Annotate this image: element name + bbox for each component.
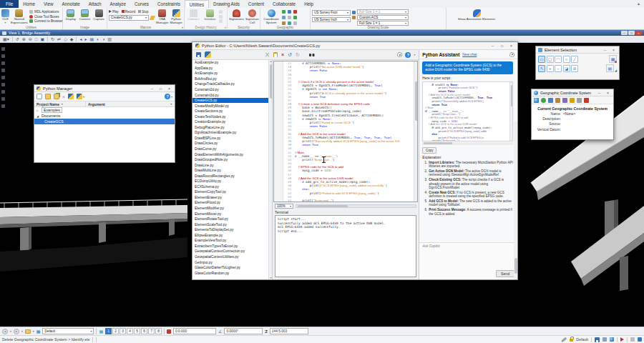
- history-icon-2[interactable]: [219, 15, 223, 19]
- redo-icon[interactable]: ↻: [296, 52, 300, 57]
- geo-icon-1[interactable]: [282, 10, 286, 14]
- angle-field[interactable]: 0.0000°: [224, 328, 263, 334]
- file-list-item[interactable]: CreateGCS.py: [192, 98, 268, 104]
- view-groups-icon[interactable]: ▦: [99, 329, 103, 334]
- view-restore-button[interactable]: □: [628, 31, 635, 35]
- undo-icon[interactable]: ↺: [288, 52, 292, 57]
- copy-view-icon[interactable]: ▤: [89, 37, 94, 41]
- clip-volume-icon[interactable]: ◐: [97, 37, 99, 41]
- assistant-input[interactable]: [422, 244, 514, 270]
- view-minimize-button[interactable]: ─: [621, 31, 628, 35]
- save-status-icon[interactable]: [595, 337, 600, 342]
- undo-view-button[interactable]: ◂: [2, 329, 8, 334]
- history-icon-1[interactable]: [219, 10, 223, 14]
- geo-icon-5[interactable]: [288, 16, 291, 19]
- file-list-item[interactable]: ChangeTrackCallbacks.py: [192, 81, 268, 87]
- tool-icon[interactable]: [1, 83, 5, 86]
- record-button[interactable]: Record: [122, 10, 136, 14]
- edit-macro-icon[interactable]: [150, 16, 155, 20]
- assistant-code-hscrollbar[interactable]: [422, 142, 513, 145]
- code-scrollbar[interactable]: [414, 61, 417, 202]
- terminal-output[interactable]: Script start...Successfully added GCS EP…: [275, 215, 416, 277]
- play-button[interactable]: Play: [109, 10, 119, 14]
- z-field[interactable]: 144:5.003: [270, 328, 308, 334]
- file-list-item[interactable]: Constraint3d.py: [192, 92, 268, 98]
- ribbon-tab[interactable]: Utilities: [185, 0, 209, 8]
- file-list-item[interactable]: CreateModifyModel.py: [192, 103, 268, 109]
- named-expressions-button[interactable]: Named Expressions: [11, 9, 28, 25]
- pe-minimize-button[interactable]: ─: [489, 44, 496, 48]
- file-list-item[interactable]: DrawElementWithArguments.py: [192, 151, 268, 157]
- ribbon-tab[interactable]: Curves: [130, 0, 153, 8]
- zoom-in-icon[interactable]: ⊕: [22, 37, 26, 41]
- grid-status-icon[interactable]: [602, 337, 607, 342]
- code-editor[interactable]: 17 if ACTIVEMODEL is None: 18 print("No …: [273, 61, 418, 202]
- file-list-item[interactable]: Constraint2d.py: [192, 87, 268, 93]
- ribbon-tab[interactable]: Constraints: [153, 0, 185, 8]
- scroll-up-icon[interactable]: ▲: [269, 60, 273, 63]
- assistant-code-scrollbar[interactable]: [509, 82, 512, 141]
- file-list-item[interactable]: GlassColorDarkerToLighter.py: [192, 265, 268, 271]
- ribbon-tab[interactable]: Drawing Aids: [209, 0, 244, 8]
- help-dropdown-icon[interactable]: ▾: [414, 53, 415, 56]
- ribbon-collapse-icon[interactable]: ▴: [638, 1, 640, 6]
- file-list-item[interactable]: EllipseExample.py: [192, 233, 268, 239]
- file-list-item[interactable]: ExtractItemTypesToExcel.py: [192, 244, 268, 249]
- view-number-button[interactable]: 5: [134, 328, 140, 334]
- signature-cell-button[interactable]: Signature Cell: [245, 9, 259, 25]
- connect-to-browser-button[interactable]: Connect to Browser: [29, 19, 63, 23]
- stop-button[interactable]: Stop: [138, 10, 148, 14]
- ribbon-tab[interactable]: Attach: [84, 0, 106, 8]
- ribbon-tab[interactable]: Content: [244, 0, 268, 8]
- filter-icon[interactable]: ▼: [61, 103, 64, 106]
- selection-new-icon[interactable]: ↖: [538, 65, 545, 72]
- remove-script-icon[interactable]: ×: [62, 94, 65, 99]
- file-list-item[interactable]: DrawBSPLine.py: [192, 136, 268, 141]
- ribbon-tab[interactable]: Collaborate: [268, 0, 300, 8]
- geo-icon-7[interactable]: [282, 21, 286, 25]
- copy-gcs-icon[interactable]: [577, 98, 582, 103]
- convert-button[interactable]: Convert: [79, 9, 92, 25]
- initialize-button[interactable]: Initialize: [203, 9, 218, 25]
- file-list-item[interactable]: ElementRotateTool.py: [192, 217, 268, 222]
- display-button[interactable]: Display: [64, 9, 77, 25]
- select-by-attributes-icon[interactable]: ▦: [609, 55, 617, 63]
- file-list-item[interactable]: ElementModifier.py: [192, 206, 268, 212]
- rotate-view-icon[interactable]: ↻: [51, 37, 54, 41]
- zoom-level-combo[interactable]: 100%▾: [275, 204, 293, 209]
- python-manager-titlebar[interactable]: Python Manager ─ □ ×: [34, 85, 175, 92]
- pm-maximize-button[interactable]: □: [157, 86, 164, 91]
- file-list-scrollbar[interactable]: ▲ ▼: [268, 60, 272, 279]
- file-list-item[interactable]: ElementMover.py: [192, 211, 268, 217]
- close-tool-boxes-button[interactable]: Close Tool Boxes: [29, 15, 63, 19]
- tool-icon[interactable]: [1, 54, 5, 58]
- view-next-icon[interactable]: ▸: [84, 37, 87, 41]
- tool-icon[interactable]: [1, 47, 5, 51]
- view-number-button[interactable]: 7: [148, 328, 155, 334]
- pe-close-button[interactable]: ×: [508, 44, 514, 48]
- display-style-icon[interactable]: ▦▾: [3, 37, 9, 41]
- selection-subtract-icon[interactable]: −: [555, 65, 562, 72]
- tool-icon[interactable]: [1, 90, 5, 94]
- expand-dialog-icon[interactable]: ◢: [615, 69, 617, 72]
- fly-icon[interactable]: ◆: [70, 37, 74, 41]
- assistant-code-block[interactable]: if newGCS is None: print("Failed to crea…: [422, 81, 513, 141]
- settings-icon[interactable]: [397, 52, 402, 57]
- export-gcs-icon[interactable]: [555, 98, 560, 103]
- file-list-item[interactable]: DrawMultiLine.py: [192, 168, 268, 174]
- fit-view-icon[interactable]: ▣: [40, 37, 44, 41]
- acs-combo[interactable]: Custom ACS▾: [357, 15, 409, 20]
- gcs-dialog-titlebar[interactable]: Geographic Coordinate System ─ ×: [532, 89, 613, 96]
- active-level-label[interactable]: Default: [576, 337, 588, 342]
- ribbon-tab[interactable]: Annotate: [58, 0, 84, 8]
- tool-icon[interactable]: [1, 97, 5, 101]
- file-list-item[interactable]: GeospatialContextUtilities.py: [192, 254, 268, 260]
- view-number-button[interactable]: 4: [127, 328, 133, 334]
- view-number-button[interactable]: 8: [155, 328, 162, 334]
- clip-mask-icon[interactable]: ◑: [102, 37, 105, 41]
- select-line-icon[interactable]: ╱: [571, 56, 578, 63]
- ribbon-tab[interactable]: Analyze: [106, 0, 130, 8]
- find-icon[interactable]: [309, 54, 311, 56]
- redo-view-button[interactable]: ▸: [14, 329, 19, 334]
- new-chat-link[interactable]: New chat: [462, 53, 477, 56]
